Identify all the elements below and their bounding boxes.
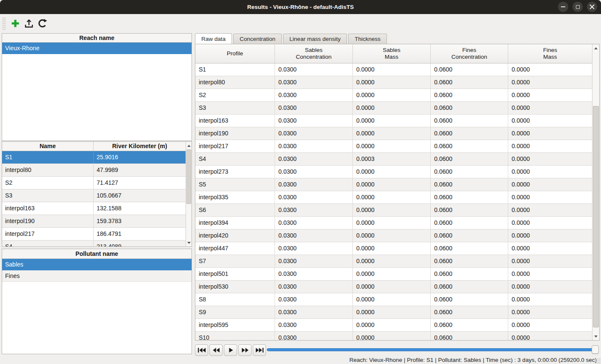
data-row-interpol447[interactable]: interpol4470.03000.00000.06000.0000 bbox=[195, 242, 592, 255]
timeline-handle[interactable] bbox=[592, 345, 599, 354]
profiles-column-river-kilometer[interactable]: River Kilometer (m) bbox=[94, 142, 186, 151]
tab-linear-mass-density[interactable]: Linear mass density bbox=[283, 34, 347, 44]
close-button[interactable] bbox=[587, 2, 597, 12]
profile-cell: interpol501 bbox=[195, 268, 275, 280]
value-cell: 0.0300 bbox=[275, 255, 353, 267]
value-cell: 0.0600 bbox=[431, 89, 508, 101]
value-cell: 0.0000 bbox=[353, 127, 431, 140]
value-cell: 0.0000 bbox=[353, 255, 431, 267]
data-row-interpol335[interactable]: interpol3350.03000.00000.06000.0000 bbox=[195, 191, 592, 204]
add-button[interactable] bbox=[9, 16, 22, 31]
data-row-interpol501[interactable]: interpol5010.03000.00000.06000.0000 bbox=[195, 268, 592, 281]
data-row-interpol217[interactable]: interpol2170.03000.00000.06000.0000 bbox=[195, 140, 592, 153]
profile-cell: interpol217 bbox=[195, 140, 275, 152]
data-row-interpol163[interactable]: interpol1630.03000.00000.06000.0000 bbox=[195, 115, 592, 127]
reach-panel: Reach name Vieux-Rhone bbox=[2, 33, 192, 141]
profile-row-interpol217[interactable]: interpol217186.4791 bbox=[2, 228, 186, 241]
value-cell: 0.0000 bbox=[353, 63, 431, 76]
data-table-scrollbar[interactable] bbox=[592, 44, 599, 340]
export-button[interactable] bbox=[22, 16, 36, 31]
value-cell: 0.0000 bbox=[508, 76, 592, 89]
skip-end-icon bbox=[255, 347, 264, 353]
value-cell: 0.0600 bbox=[431, 281, 508, 293]
data-row-s9[interactable]: S90.03000.00000.06000.0000 bbox=[195, 306, 592, 319]
scroll-down-icon[interactable] bbox=[592, 333, 599, 340]
profiles-scrollbar[interactable] bbox=[186, 142, 192, 246]
data-row-s5[interactable]: S50.03000.00000.06000.0000 bbox=[195, 178, 592, 191]
river-kilometer-cell: 47.9989 bbox=[94, 164, 186, 176]
resize-grip-handle[interactable] bbox=[595, 358, 601, 364]
skip-start-button[interactable] bbox=[195, 344, 208, 356]
play-button[interactable] bbox=[224, 344, 237, 356]
value-cell: 0.0600 bbox=[431, 242, 508, 255]
step-back-button[interactable] bbox=[209, 344, 223, 356]
pollutant-item-fines[interactable]: Fines bbox=[2, 270, 192, 282]
tab-concentration[interactable]: Concentration bbox=[233, 34, 282, 44]
column-header-sables-mass[interactable]: SablesMass bbox=[353, 44, 431, 63]
data-row-interpol530[interactable]: interpol5300.03000.00000.06000.0000 bbox=[195, 281, 592, 293]
profile-cell: S9 bbox=[195, 306, 275, 318]
timeline-slider[interactable] bbox=[267, 345, 598, 354]
value-cell: 0.0000 bbox=[508, 204, 592, 216]
value-cell: 0.0300 bbox=[275, 63, 353, 76]
maximize-button[interactable] bbox=[572, 2, 583, 12]
play-icon bbox=[226, 347, 235, 353]
tab-thickness[interactable]: Thickness bbox=[348, 34, 387, 44]
column-header-profile[interactable]: Profile bbox=[195, 44, 275, 63]
river-kilometer-cell: 71.4127 bbox=[94, 177, 186, 189]
toolbar-grip-handle[interactable] bbox=[2, 17, 6, 30]
minimize-button[interactable] bbox=[558, 2, 568, 12]
column-header-sables-concentration[interactable]: SablesConcentration bbox=[275, 44, 353, 63]
profile-row-s4[interactable]: S4213.4089 bbox=[2, 241, 186, 247]
profiles-scrollbar-thumb[interactable] bbox=[186, 149, 191, 204]
data-row-s1[interactable]: S10.03000.00000.06000.0000 bbox=[195, 63, 592, 76]
refresh-button[interactable] bbox=[36, 16, 49, 31]
scroll-down-icon[interactable] bbox=[186, 239, 192, 246]
data-row-interpol190[interactable]: interpol1900.03000.00000.06000.0000 bbox=[195, 127, 592, 140]
value-cell: 0.0000 bbox=[353, 204, 431, 216]
value-cell: 0.0000 bbox=[508, 178, 592, 191]
timeline-track[interactable] bbox=[267, 348, 598, 351]
value-cell: 0.0300 bbox=[275, 127, 353, 140]
profile-row-interpol190[interactable]: interpol190159.3783 bbox=[2, 215, 186, 228]
data-row-s7[interactable]: S70.03000.00000.06000.0000 bbox=[195, 255, 592, 268]
profile-cell: interpol163 bbox=[195, 115, 275, 127]
value-cell: 0.0300 bbox=[275, 242, 353, 255]
data-row-s3[interactable]: S30.03000.00000.06000.0000 bbox=[195, 102, 592, 115]
profiles-panel: Name River Kilometer (m) S125.9016interp… bbox=[2, 141, 192, 247]
value-cell: 0.0300 bbox=[275, 115, 353, 127]
data-row-interpol420[interactable]: interpol4200.03000.00000.06000.0000 bbox=[195, 229, 592, 242]
value-cell: 0.0600 bbox=[431, 306, 508, 318]
profile-row-interpol163[interactable]: interpol163132.1588 bbox=[2, 202, 186, 215]
profile-row-s3[interactable]: S3105.0667 bbox=[2, 189, 186, 202]
tab-raw-data[interactable]: Raw data bbox=[195, 33, 232, 44]
skip-end-button[interactable] bbox=[253, 344, 266, 356]
data-row-s10[interactable]: S100.03000.00000.06000.0000 bbox=[195, 332, 592, 340]
scroll-up-icon[interactable] bbox=[186, 142, 192, 149]
profile-row-s1[interactable]: S125.9016 bbox=[2, 151, 186, 164]
value-cell: 0.0000 bbox=[353, 115, 431, 127]
results-tabbar: Raw dataConcentrationLinear mass density… bbox=[195, 33, 388, 44]
profiles-column-name[interactable]: Name bbox=[2, 142, 94, 151]
reach-item-vieux-rhone[interactable]: Vieux-Rhone bbox=[2, 43, 192, 54]
data-row-s4[interactable]: S40.03000.00030.06000.0000 bbox=[195, 153, 592, 166]
data-row-interpol394[interactable]: interpol3940.03000.00000.06000.0000 bbox=[195, 217, 592, 229]
data-row-s6[interactable]: S60.03000.00000.06000.0000 bbox=[195, 204, 592, 217]
column-header-fines-concentration[interactable]: FinesConcentration bbox=[431, 44, 508, 63]
data-row-s2[interactable]: S20.03000.00000.06000.0000 bbox=[195, 89, 592, 102]
data-row-interpol595[interactable]: interpol5950.03000.00000.06000.0000 bbox=[195, 319, 592, 332]
pollutant-item-sables[interactable]: Sables bbox=[2, 259, 192, 270]
data-row-interpol273[interactable]: interpol2730.03000.00000.06000.0000 bbox=[195, 166, 592, 178]
value-cell: 0.0000 bbox=[353, 319, 431, 331]
data-row-interpol80[interactable]: interpol800.03000.00000.06000.0000 bbox=[195, 76, 592, 89]
profile-row-interpol80[interactable]: interpol8047.9989 bbox=[2, 164, 186, 177]
data-row-s8[interactable]: S80.03000.00000.06000.0000 bbox=[195, 293, 592, 306]
column-header-fines-mass[interactable]: FinesMass bbox=[508, 44, 592, 63]
value-cell: 0.0600 bbox=[431, 153, 508, 165]
value-cell: 0.0300 bbox=[275, 293, 353, 306]
value-cell: 0.0300 bbox=[275, 217, 353, 229]
scroll-up-icon[interactable] bbox=[592, 45, 599, 52]
step-forward-button[interactable] bbox=[238, 344, 252, 356]
profile-row-s2[interactable]: S271.4127 bbox=[2, 177, 186, 189]
data-table-scrollbar-thumb[interactable] bbox=[593, 106, 599, 327]
